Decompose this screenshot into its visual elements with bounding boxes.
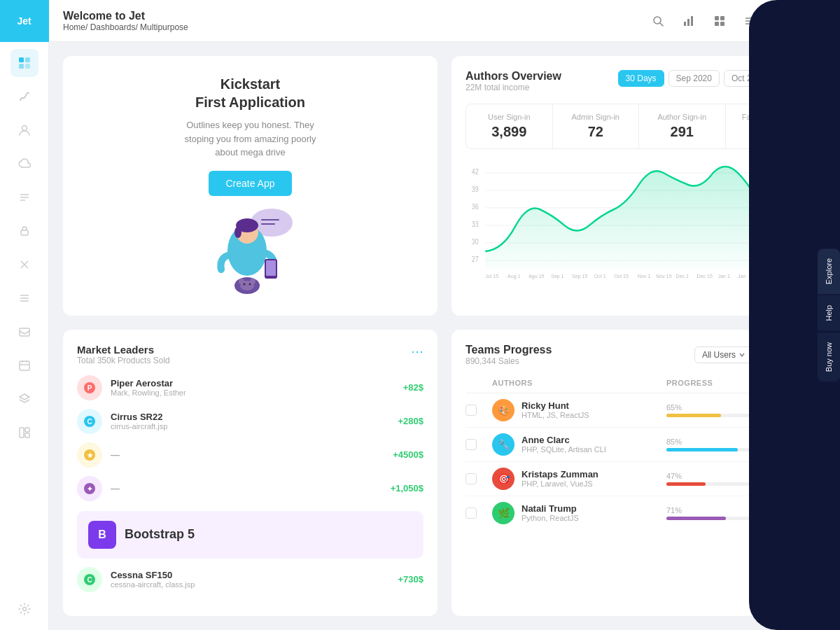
team-info: Kristaps Zumman PHP, Laravel, VueJS: [522, 469, 598, 488]
svg-text:Aug 1: Aug 1: [507, 273, 520, 280]
content-grid: Kickstart First Application Outlines kee…: [49, 42, 840, 630]
sidebar-item-list[interactable]: [10, 183, 38, 211]
market-info-piper: Piper Aerostar Mark, Rowling, Esther: [111, 378, 395, 397]
sidebar-item-menu[interactable]: [10, 284, 38, 312]
help-button[interactable]: Help: [818, 295, 840, 331]
market-list: P Piper Aerostar Mark, Rowling, Esther +…: [77, 375, 424, 501]
team-avatar: 🎯: [492, 468, 514, 490]
sidebar-item-layers[interactable]: [10, 385, 38, 413]
authors-header-left: Authors Overview 22M total income: [465, 70, 561, 92]
row-checkbox[interactable]: [465, 439, 477, 450]
market-logo-cessna: C: [77, 567, 102, 592]
svg-rect-2: [19, 64, 24, 69]
create-app-button[interactable]: Create App: [209, 171, 291, 196]
svg-text:C: C: [87, 418, 92, 426]
market-header-left: Market Leaders Total 350k Products Sold: [77, 344, 170, 365]
breadcrumb-home[interactable]: Home/: [63, 22, 90, 32]
sidebar-logo[interactable]: Jet: [0, 0, 49, 42]
row-checkbox[interactable]: [465, 507, 477, 519]
row-checkbox[interactable]: [465, 405, 477, 416]
sidebar-item-close[interactable]: [10, 251, 38, 279]
progress-wrap: 65%: [666, 403, 750, 417]
market-price-cessna: +730$: [398, 574, 424, 584]
market-name: Cessna SF150: [111, 570, 389, 580]
market-item-cessna: C Cessna SF150 cessna-aircraft, class.js…: [77, 567, 424, 592]
explore-button[interactable]: Explore: [818, 248, 840, 294]
market-name: Cirrus SR22: [111, 412, 389, 422]
svg-text:33: 33: [472, 220, 479, 228]
svg-rect-25: [684, 22, 686, 26]
svg-point-48: [240, 281, 254, 290]
team-tech: PHP, SQLite, Artisan CLI: [522, 445, 606, 454]
sidebar-item-lock[interactable]: [10, 217, 38, 245]
svg-text:27: 27: [472, 255, 479, 263]
svg-point-41: [234, 227, 241, 238]
progress-pct: 85%: [666, 438, 750, 446]
svg-text:Jan 1: Jan 1: [718, 273, 730, 280]
svg-rect-8: [21, 230, 28, 235]
sidebar-item-analytics[interactable]: [10, 83, 38, 111]
sidebar-item-calendar[interactable]: [10, 351, 38, 379]
kickstart-card: Kickstart First Application Outlines kee…: [63, 56, 438, 316]
tab-sep2020[interactable]: Sep 2020: [668, 70, 720, 87]
row-checkbox[interactable]: [465, 473, 477, 484]
market-sub: cirrus-aircraft.jsp: [111, 422, 389, 430]
grid-icon[interactable]: [708, 10, 731, 32]
col-authors: AUTHORS: [492, 379, 661, 387]
sidebar-item-settings[interactable]: [10, 595, 38, 623]
stat-author-signin: Author Sign-in 291: [639, 104, 725, 148]
svg-text:39: 39: [472, 185, 479, 193]
progress-pct: 65%: [666, 403, 750, 412]
market-price-cirrus: +280$: [398, 416, 424, 426]
svg-rect-19: [20, 428, 24, 438]
market-price-piper: +82$: [403, 382, 424, 393]
stat-admin-signin: Admin Sign-in 72: [553, 104, 639, 148]
buy-now-button[interactable]: Buy now: [818, 332, 840, 382]
main-content: Welcome to Jet Home/ Dashboards/ Multipu…: [49, 0, 840, 630]
market-name: —: [111, 483, 382, 493]
search-icon[interactable]: [647, 10, 669, 32]
svg-point-22: [22, 608, 26, 611]
kickstart-title: Kickstart First Application: [195, 75, 305, 111]
topbar: Welcome to Jet Home/ Dashboards/ Multipu…: [49, 0, 840, 42]
svg-text:Sep 1: Sep 1: [551, 273, 564, 280]
svg-rect-15: [20, 361, 29, 370]
team-name: Anne Clarc: [522, 435, 606, 445]
progress-bar-bg: [666, 517, 750, 520]
team-author: 🎨 Ricky Hunt HTML, JS, ReactJS: [492, 399, 661, 421]
all-users-select[interactable]: All Users: [694, 346, 753, 363]
sidebar-item-template[interactable]: [10, 419, 38, 447]
svg-rect-27: [691, 16, 693, 26]
market-item: ✦ — +1,050$: [77, 476, 424, 501]
progress-wrap: 71%: [666, 506, 750, 520]
sidebar-item-dashboard[interactable]: [10, 49, 38, 77]
svg-text:P: P: [88, 384, 92, 392]
svg-text:Oct 1: Oct 1: [594, 273, 606, 280]
sidebar-item-cloud[interactable]: [10, 150, 38, 178]
teams-subtitle: 890,344 Sales: [465, 356, 552, 366]
breadcrumb-dashboards[interactable]: Dashboards/: [90, 22, 140, 32]
bootstrap-banner: B Bootstrap 5: [77, 511, 424, 559]
progress-bar-fill: [666, 517, 726, 520]
team-info: Ricky Hunt HTML, JS, ReactJS: [522, 400, 589, 419]
bar-chart-icon[interactable]: [678, 10, 700, 32]
stat-author-signin-value: 291: [650, 124, 714, 140]
team-tech: PHP, Laravel, VueJS: [522, 479, 598, 488]
team-avatar: 🎨: [492, 399, 514, 421]
page-title: Welcome to Jet: [63, 10, 188, 22]
svg-rect-3: [25, 64, 30, 69]
svg-point-49: [243, 283, 245, 285]
sidebar-bottom: [10, 588, 38, 630]
sidebar-item-inbox[interactable]: [10, 318, 38, 346]
tab-30days[interactable]: 30 Days: [618, 70, 664, 87]
market-more-icon[interactable]: ⋯: [411, 344, 424, 359]
progress-pct: 71%: [666, 506, 750, 514]
svg-rect-28: [715, 16, 719, 20]
svg-text:Dec 15: Dec 15: [697, 273, 713, 280]
market-info-item3: —: [111, 449, 384, 460]
market-price-item4: +1,050$: [391, 483, 424, 493]
market-name: —: [111, 449, 384, 460]
svg-text:30: 30: [472, 237, 479, 246]
sidebar-item-users[interactable]: [10, 116, 38, 144]
svg-rect-20: [25, 428, 29, 432]
